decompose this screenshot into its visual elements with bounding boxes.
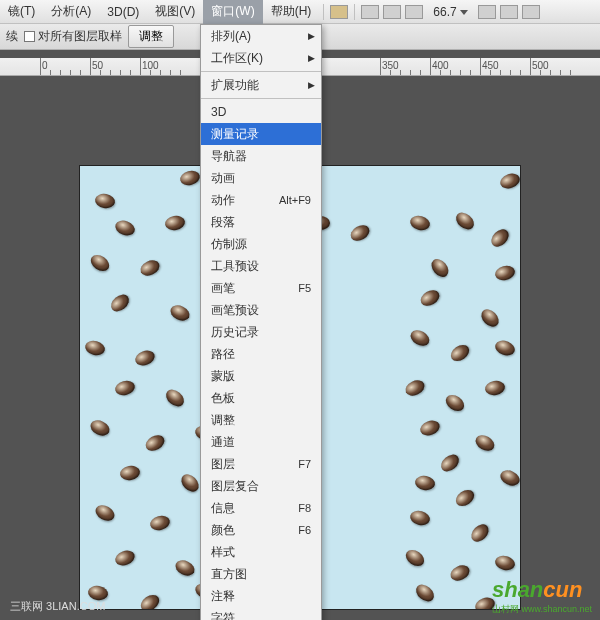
menu-item-label: 注释 xyxy=(211,588,235,605)
seed-shape xyxy=(448,342,472,365)
seed-shape xyxy=(138,592,162,609)
menu-item-label: 段落 xyxy=(211,214,235,231)
seed-shape xyxy=(443,392,467,415)
menu-item-label: 画笔 xyxy=(211,280,235,297)
arrange-icon[interactable] xyxy=(405,5,423,19)
menu-item-label: 画笔预设 xyxy=(211,302,259,319)
menu-analysis[interactable]: 分析(A) xyxy=(43,0,99,24)
menu-view[interactable]: 视图(V) xyxy=(147,0,203,24)
menu-separator xyxy=(201,71,321,72)
view-rulers-icon[interactable] xyxy=(500,5,518,19)
submenu-arrow-icon: ▶ xyxy=(308,80,315,90)
seed-shape xyxy=(348,222,372,244)
seed-shape xyxy=(418,418,442,438)
menu-item[interactable]: 样式 xyxy=(201,541,321,563)
menu-item-label: 导航器 xyxy=(211,148,247,165)
separator xyxy=(323,4,324,20)
menu-item[interactable]: 仿制源 xyxy=(201,233,321,255)
seed-shape xyxy=(108,291,132,315)
view-extras-icon[interactable] xyxy=(478,5,496,19)
seed-shape xyxy=(448,562,472,583)
menu-item[interactable]: 扩展功能▶ xyxy=(201,74,321,96)
option-continuous: 续 xyxy=(6,28,18,45)
menu-item[interactable]: 颜色F6 xyxy=(201,519,321,541)
menu-item-label: 蒙版 xyxy=(211,368,235,385)
menu-item[interactable]: 图层F7 xyxy=(201,453,321,475)
shortcut-label: F6 xyxy=(298,524,311,536)
seed-shape xyxy=(179,169,202,188)
seed-shape xyxy=(94,192,116,209)
menu-item[interactable]: 色板 xyxy=(201,387,321,409)
seed-shape xyxy=(178,471,202,495)
bridge-icon[interactable] xyxy=(330,5,348,19)
menu-item[interactable]: 排列(A)▶ xyxy=(201,25,321,47)
menu-item[interactable]: 历史记录 xyxy=(201,321,321,343)
menu-item-label: 样式 xyxy=(211,544,235,561)
menu-item[interactable]: 通道 xyxy=(201,431,321,453)
seed-shape xyxy=(493,338,517,358)
menu-item[interactable]: 画笔预设 xyxy=(201,299,321,321)
seed-shape xyxy=(164,214,186,231)
menu-item[interactable]: 信息F8 xyxy=(201,497,321,519)
seed-shape xyxy=(438,451,462,475)
menu-item-label: 扩展功能 xyxy=(211,77,259,94)
shortcut-label: F5 xyxy=(298,282,311,294)
menu-item-label: 动作 xyxy=(211,192,235,209)
seed-shape xyxy=(403,377,427,398)
menu-item-label: 历史记录 xyxy=(211,324,259,341)
menu-item-label: 路径 xyxy=(211,346,235,363)
menu-item[interactable]: 图层复合 xyxy=(201,475,321,497)
menu-item[interactable]: 注释 xyxy=(201,585,321,607)
seed-shape xyxy=(119,464,141,481)
seed-shape xyxy=(453,209,477,233)
screen-mode-icon[interactable] xyxy=(383,5,401,19)
menu-item[interactable]: 导航器 xyxy=(201,145,321,167)
submenu-arrow-icon: ▶ xyxy=(308,53,315,63)
seed-shape xyxy=(113,218,137,238)
menu-item[interactable]: 蒙版 xyxy=(201,365,321,387)
menu-3d[interactable]: 3D(D) xyxy=(99,1,147,23)
seed-shape xyxy=(414,474,436,491)
view-guides-icon[interactable] xyxy=(522,5,540,19)
menu-item-label: 3D xyxy=(211,105,226,119)
menu-item-label: 仿制源 xyxy=(211,236,247,253)
menu-item-label: 工具预设 xyxy=(211,258,259,275)
menu-item[interactable]: 动画 xyxy=(201,167,321,189)
sample-all-layers-option[interactable]: 对所有图层取样 xyxy=(24,28,122,45)
menu-item[interactable]: 直方图 xyxy=(201,563,321,585)
seed-shape xyxy=(484,379,506,396)
checkbox-icon[interactable] xyxy=(24,31,35,42)
menu-item[interactable]: 调整 xyxy=(201,409,321,431)
menu-item[interactable]: 字符 xyxy=(201,607,321,620)
menu-help[interactable]: 帮助(H) xyxy=(263,0,320,24)
adjust-button[interactable]: 调整 xyxy=(128,25,174,48)
submenu-arrow-icon: ▶ xyxy=(308,31,315,41)
zoom-level[interactable]: 66.7 xyxy=(433,5,467,19)
menu-item[interactable]: 测量记录 xyxy=(201,123,321,145)
menu-item[interactable]: 画笔F5 xyxy=(201,277,321,299)
seed-shape xyxy=(84,339,107,358)
menu-window[interactable]: 窗口(W) xyxy=(203,0,262,24)
seed-shape xyxy=(473,432,497,454)
menu-item-label: 调整 xyxy=(211,412,235,429)
seed-shape xyxy=(168,302,192,323)
menu-item[interactable]: 动作Alt+F9 xyxy=(201,189,321,211)
menu-filter[interactable]: 镜(T) xyxy=(0,0,43,24)
seed-shape xyxy=(494,264,517,283)
menu-item[interactable]: 3D xyxy=(201,101,321,123)
menubar: 镜(T) 分析(A) 3D(D) 视图(V) 窗口(W) 帮助(H) 66.7 xyxy=(0,0,600,24)
seed-shape xyxy=(418,287,442,309)
shortcut-label: F8 xyxy=(298,502,311,514)
menu-item[interactable]: 工作区(K)▶ xyxy=(201,47,321,69)
menu-item[interactable]: 段落 xyxy=(201,211,321,233)
menu-item-label: 工作区(K) xyxy=(211,50,263,67)
seed-shape xyxy=(133,348,157,368)
menu-item[interactable]: 路径 xyxy=(201,343,321,365)
menu-item[interactable]: 工具预设 xyxy=(201,255,321,277)
mb-icon[interactable] xyxy=(361,5,379,19)
seed-shape xyxy=(149,514,172,533)
shortcut-label: F7 xyxy=(298,458,311,470)
menu-item-label: 排列(A) xyxy=(211,28,251,45)
watermark-text: 三联网 3LIAN.COM xyxy=(10,599,105,614)
dropdown-arrow-icon xyxy=(460,10,468,15)
